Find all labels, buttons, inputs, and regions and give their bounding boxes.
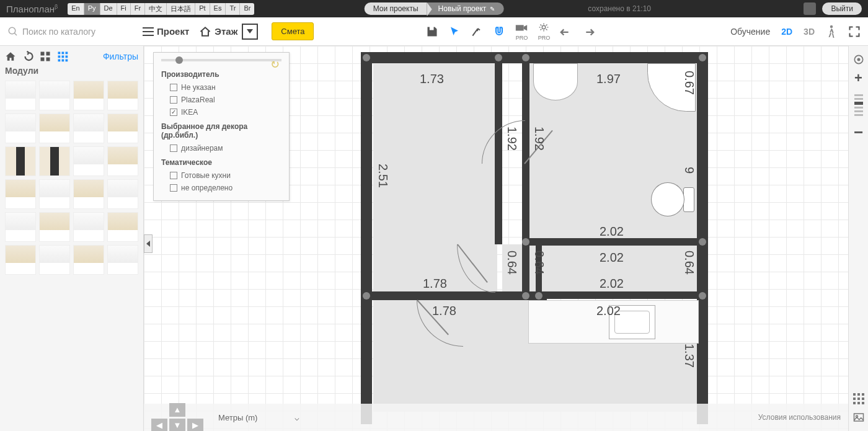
module-thumb[interactable]: [5, 212, 36, 242]
module-thumb[interactable]: [107, 212, 138, 242]
terms-link[interactable]: Условия использования: [758, 413, 841, 422]
render-pro-tool[interactable]: PRO: [537, 22, 551, 41]
module-thumb[interactable]: [107, 146, 138, 176]
floor-dropdown[interactable]: [242, 24, 258, 40]
fullscreen-icon[interactable]: [848, 25, 861, 38]
module-thumb[interactable]: [5, 179, 36, 209]
dimension: 0.64: [532, 251, 546, 275]
catalog-sidebar: Фильтры Модули: [0, 46, 144, 431]
module-thumb[interactable]: [39, 81, 70, 110]
dimension: 2.02: [596, 304, 621, 318]
home-icon[interactable]: [5, 51, 16, 62]
image-icon[interactable]: [852, 411, 865, 424]
lang-de[interactable]: De: [100, 3, 117, 15]
lang-pt[interactable]: Pt: [195, 3, 210, 15]
module-thumb[interactable]: [5, 146, 36, 176]
grid-small-icon[interactable]: [57, 51, 68, 62]
zoom-slider[interactable]: [854, 94, 863, 116]
camera-pro-tool[interactable]: PRO: [515, 22, 528, 41]
module-thumb[interactable]: [5, 81, 36, 110]
filter-opt-kitchens[interactable]: Готовые кухни: [161, 169, 281, 182]
filter-opt-undefined[interactable]: не определено: [161, 182, 281, 194]
back-icon[interactable]: [22, 51, 33, 62]
breadcrumb-projects[interactable]: Мои проекты: [365, 2, 427, 15]
zoom-in-icon[interactable]: +: [852, 72, 865, 84]
nav-right[interactable]: ▶: [187, 419, 203, 432]
filter-opt-unspecified[interactable]: Не указан: [161, 81, 281, 94]
svg-rect-34: [853, 402, 856, 404]
estimate-button[interactable]: Смета: [272, 22, 314, 40]
module-thumb[interactable]: [39, 245, 70, 275]
lang-es[interactable]: Es: [210, 3, 226, 15]
module-thumb[interactable]: [107, 81, 138, 110]
lang-fi[interactable]: Fi: [117, 3, 131, 15]
wall-tool[interactable]: [470, 25, 484, 38]
filters-link[interactable]: Фильтры: [103, 51, 138, 61]
breadcrumb-current[interactable]: Новый проект✎: [427, 2, 504, 15]
lang-tr[interactable]: Tr: [226, 3, 240, 15]
dimension: 1.78: [423, 277, 447, 291]
lang-zh[interactable]: 中文: [145, 3, 167, 15]
module-thumb[interactable]: [107, 245, 138, 275]
walk-mode-icon[interactable]: [826, 25, 837, 38]
redo-button[interactable]: [582, 25, 595, 38]
module-thumb[interactable]: [73, 146, 104, 176]
learn-link[interactable]: Обучение: [730, 27, 770, 37]
lang-ja[interactable]: 日本語: [167, 3, 195, 15]
dimension: 2.02: [600, 251, 624, 265]
project-menu[interactable]: Проект: [143, 26, 189, 37]
module-thumb[interactable]: [5, 245, 36, 275]
module-thumb[interactable]: [73, 113, 104, 143]
grid-large-icon[interactable]: [40, 51, 51, 62]
module-thumb[interactable]: [73, 179, 104, 209]
toilet-fixture[interactable]: [651, 182, 694, 216]
module-thumb[interactable]: [39, 212, 70, 242]
save-icon[interactable]: [425, 25, 439, 38]
lang-fr[interactable]: Fr: [131, 3, 145, 15]
lang-br[interactable]: Br: [240, 3, 254, 15]
units-dropdown[interactable]: Метры (m)⌵: [213, 411, 304, 425]
module-thumb[interactable]: [73, 245, 104, 275]
edit-icon[interactable]: ✎: [490, 6, 495, 12]
filter-opt-designers[interactable]: дизайнерам: [161, 142, 281, 154]
dimension: 2.02: [600, 277, 624, 291]
filter-slider[interactable]: [161, 59, 281, 61]
svg-rect-32: [857, 398, 860, 400]
floorplan[interactable]: 1.73 1.97 0.67 2.51 1.92 1.92 9 2.02 0.6…: [361, 52, 714, 412]
svg-rect-24: [62, 60, 64, 62]
module-thumb[interactable]: [73, 81, 104, 110]
pointer-tool[interactable]: [448, 25, 461, 38]
svg-rect-30: [862, 393, 864, 396]
module-thumb[interactable]: [107, 113, 138, 143]
view-3d[interactable]: 3D: [804, 27, 815, 37]
sidebar-collapse[interactable]: [144, 234, 153, 253]
module-thumb[interactable]: [73, 212, 104, 242]
search-input[interactable]: Поиск по каталогу: [7, 26, 138, 37]
module-thumb[interactable]: [39, 179, 70, 209]
module-thumb[interactable]: [39, 113, 70, 143]
lang-en[interactable]: En: [68, 3, 84, 15]
zoom-out-icon[interactable]: −: [852, 126, 865, 138]
undo-button[interactable]: [559, 25, 573, 38]
door[interactable]: [457, 244, 494, 293]
module-thumb[interactable]: [39, 146, 70, 176]
nav-down[interactable]: ▼: [169, 419, 185, 432]
lang-ru[interactable]: Ру: [84, 3, 100, 15]
svg-rect-13: [41, 52, 45, 56]
view-2d[interactable]: 2D: [781, 27, 792, 37]
share-icon[interactable]: [804, 2, 816, 15]
nav-left[interactable]: ◀: [151, 419, 167, 432]
module-thumb[interactable]: [107, 179, 138, 209]
sink-fixture[interactable]: [533, 63, 578, 100]
magnet-tool[interactable]: [492, 25, 506, 38]
exit-button[interactable]: Выйти: [822, 2, 862, 15]
svg-rect-22: [66, 56, 68, 58]
svg-rect-16: [46, 58, 50, 61]
grid-toggle-icon[interactable]: [852, 393, 865, 405]
target-icon[interactable]: [852, 53, 865, 66]
nav-up[interactable]: ▲: [169, 403, 185, 417]
filter-opt-ikea[interactable]: IKEA: [161, 106, 281, 118]
module-thumb[interactable]: [5, 113, 36, 143]
floor-menu[interactable]: Этаж: [199, 24, 258, 40]
filter-opt-plazareal[interactable]: PlazaReal: [161, 94, 281, 106]
